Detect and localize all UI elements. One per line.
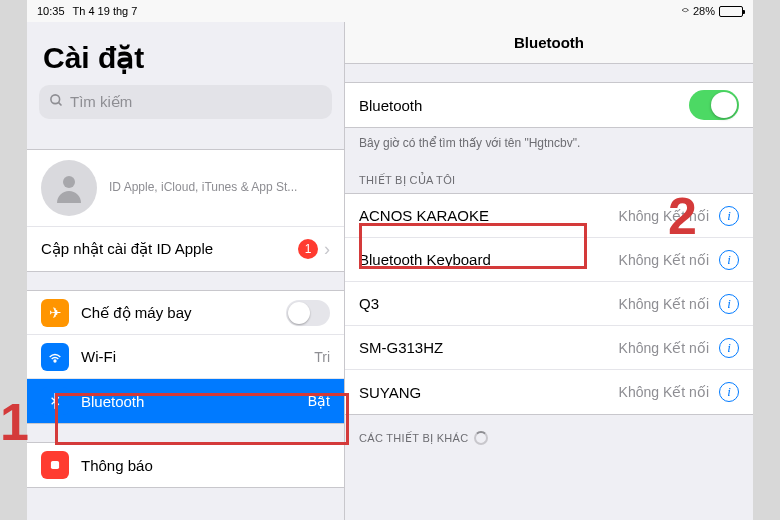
battery-icon — [719, 6, 743, 17]
device-row[interactable]: Q3 Không Kết nối i — [345, 282, 753, 326]
bluetooth-toggle[interactable] — [689, 90, 739, 120]
info-icon[interactable]: i — [719, 206, 739, 226]
sidebar-item-apple-id[interactable]: ID Apple, iCloud, iTunes & App St... — [27, 150, 344, 227]
settings-sidebar: Cài đặt Tìm kiếm ID Apple, iCloud, iTune… — [27, 22, 345, 520]
svg-rect-4 — [51, 461, 59, 469]
avatar-icon — [41, 160, 97, 216]
sidebar-item-update-apple-id[interactable]: Cập nhật cài đặt ID Apple 1 › — [27, 227, 344, 271]
status-date: Th 4 19 thg 7 — [73, 5, 138, 17]
callout-number-1: 1 — [0, 392, 29, 452]
page-title: Cài đặt — [27, 22, 344, 85]
info-icon[interactable]: i — [719, 382, 739, 402]
spinner-icon — [474, 431, 488, 445]
sidebar-item-notifications[interactable]: Thông báo — [27, 443, 344, 487]
notification-badge: 1 — [298, 239, 318, 259]
svg-point-3 — [54, 360, 56, 362]
search-icon — [49, 93, 64, 111]
info-icon[interactable]: i — [719, 338, 739, 358]
battery-percent: 28% — [693, 5, 715, 17]
bluetooth-master-toggle-row[interactable]: Bluetooth — [345, 83, 753, 127]
detail-pane: Bluetooth Bluetooth Bây giờ có thể tìm t… — [345, 22, 753, 520]
other-devices-header: CÁC THIẾT BỊ KHÁC — [345, 415, 753, 451]
device-row[interactable]: SM-G313HZ Không Kết nối i — [345, 326, 753, 370]
svg-line-1 — [58, 102, 61, 105]
search-placeholder: Tìm kiếm — [70, 93, 132, 111]
my-devices-header: THIẾT BỊ CỦA TÔI — [345, 158, 753, 193]
svg-point-2 — [63, 176, 75, 188]
info-icon[interactable]: i — [719, 294, 739, 314]
wifi-icon: ⌔ — [682, 5, 689, 17]
search-input[interactable]: Tìm kiếm — [39, 85, 332, 119]
status-time: 10:35 — [37, 5, 65, 17]
status-bar: 10:35 Th 4 19 thg 7 ⌔ 28% — [27, 0, 753, 22]
bluetooth-icon — [41, 387, 69, 415]
discoverable-text: Bây giờ có thể tìm thấy với tên "Hgtncbv… — [345, 128, 753, 158]
info-icon[interactable]: i — [719, 250, 739, 270]
notifications-icon — [41, 451, 69, 479]
device-row[interactable]: Bluetooth Keyboard Không Kết nối i — [345, 238, 753, 282]
sidebar-item-airplane-mode[interactable]: ✈ Chế độ máy bay — [27, 291, 344, 335]
chevron-right-icon: › — [324, 239, 330, 260]
sidebar-item-bluetooth[interactable]: Bluetooth Bật — [27, 379, 344, 423]
svg-point-0 — [51, 95, 60, 104]
detail-title: Bluetooth — [345, 22, 753, 64]
profile-subtitle: ID Apple, iCloud, iTunes & App St... — [109, 180, 297, 196]
device-row[interactable]: SUYANG Không Kết nối i — [345, 370, 753, 414]
wifi-settings-icon — [41, 343, 69, 371]
airplane-toggle[interactable] — [286, 300, 330, 326]
device-row[interactable]: ACNOS KARAOKE Không Kết nối i — [345, 194, 753, 238]
airplane-icon: ✈ — [41, 299, 69, 327]
sidebar-item-wifi[interactable]: Wi-Fi Tri — [27, 335, 344, 379]
